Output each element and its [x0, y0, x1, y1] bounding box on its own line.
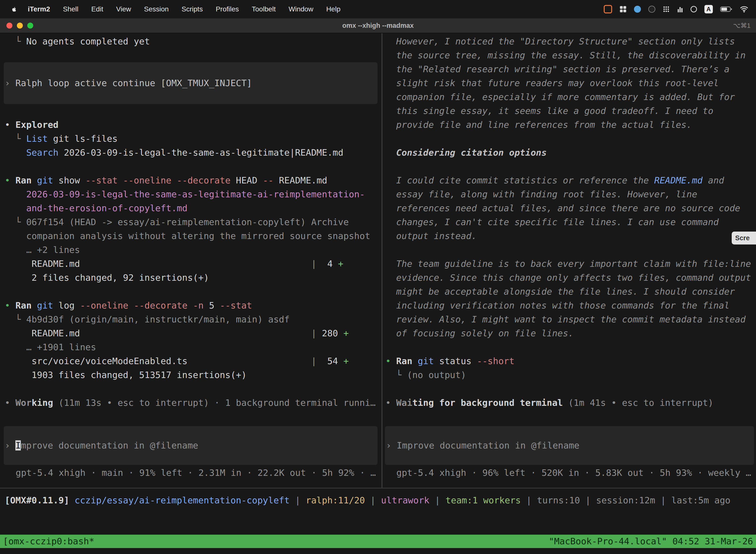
- terminal-line: [385, 243, 756, 257]
- apple-menu-icon[interactable]: [11, 5, 17, 13]
- terminal-line: this single essay, it seems like a good …: [385, 104, 756, 118]
- menu-scripts[interactable]: Scripts: [182, 5, 203, 13]
- omx-status-line: [OMX#0.11.9] cczip/essay/ai-reimplementa…: [5, 493, 756, 507]
- terminal-line: However, I noticed the "Directory Struct…: [385, 35, 756, 48]
- terminal-line: of focusing solely on file lines.: [385, 326, 756, 340]
- ralph-inject-box: › Ralph loop active continue [OMX_TMUX_I…: [4, 62, 378, 104]
- app-icon-dark[interactable]: [648, 6, 655, 13]
- left-pane-top-output: └ No agents completed yet: [5, 35, 381, 48]
- terminal-line: … +1901 lines: [5, 340, 381, 354]
- terminal-line: [5, 382, 381, 396]
- terminal-line: • Explored: [5, 118, 381, 132]
- close-button[interactable]: [6, 22, 12, 29]
- terminal: └ No agents completed yet › Ralph loop a…: [0, 33, 756, 554]
- menu-shell[interactable]: Shell: [63, 5, 78, 13]
- terminal-line: • Ran git status --short: [385, 354, 756, 368]
- right-prompt-box[interactable]: › Improve documentation in @filename: [385, 426, 754, 465]
- terminal-line: └ No agents completed yet: [5, 35, 381, 48]
- screen-share-notification[interactable]: Scre: [732, 232, 756, 244]
- terminal-line: companion analysis without altering the …: [5, 229, 381, 243]
- gauge-icon[interactable]: [691, 6, 697, 12]
- menu-view[interactable]: View: [116, 5, 131, 13]
- battery-icon[interactable]: [720, 6, 732, 12]
- terminal-line: 1903 files changed, 513517 insertions(+): [5, 368, 381, 382]
- terminal-line: • Ran git show --stat --oneline --decora…: [5, 173, 381, 187]
- terminal-line: 2 files changed, 92 insertions(+): [5, 271, 381, 285]
- minimize-button[interactable]: [17, 22, 23, 29]
- terminal-line: [5, 160, 381, 173]
- stats-icon[interactable]: [677, 6, 683, 13]
- terminal-line: … +2 lines: [5, 243, 381, 257]
- menu-edit[interactable]: Edit: [91, 5, 103, 13]
- terminal-line: might be acceptable alongside the file l…: [385, 285, 756, 298]
- app-icon-blue[interactable]: [634, 6, 641, 13]
- terminal-line: slight risk that future readers may over…: [385, 76, 756, 90]
- menu-help[interactable]: Help: [326, 5, 340, 13]
- terminal-line: • Waiting for background terminal (1m 41…: [385, 396, 756, 410]
- terminal-line: [385, 382, 756, 396]
- menu-window[interactable]: Window: [289, 5, 314, 13]
- pane-bottom-border: [0, 488, 756, 489]
- screen-recording-icon[interactable]: [604, 5, 612, 13]
- menu-profiles[interactable]: Profiles: [216, 5, 239, 13]
- terminal-line: 2026-03-09-is-legal-the-same-as-legitima…: [5, 187, 381, 201]
- terminal-line: output instead.: [385, 229, 756, 243]
- terminal-line: └ (no output): [385, 368, 756, 382]
- right-prompt-input[interactable]: › Improve documentation in @filename: [385, 439, 754, 452]
- terminal-line: └ List git ls-files: [5, 132, 381, 146]
- left-prompt-box[interactable]: › Improve documentation in @filename: [4, 426, 378, 465]
- left-model-status-line: gpt-5.4 xhigh · main · 91% left · 2.31M …: [5, 466, 381, 480]
- terminal-line: essay file, along with finding root file…: [385, 187, 756, 201]
- dots-grid-icon[interactable]: [663, 6, 670, 13]
- tmux-status-bar: [omx-cczip0:bash* "MacBook-Pro-44.local"…: [0, 535, 756, 548]
- terminal-line: The team guideline is to back every impo…: [385, 257, 756, 271]
- window-title: omx --xhigh --madmax: [342, 22, 414, 30]
- terminal-line: companion file, especially if more comme…: [385, 90, 756, 104]
- tmux-host-clock: "MacBook-Pro-44.local" 04:52 31-Mar-26: [549, 535, 753, 548]
- terminal-line: review. Also, I might want to inspect th…: [385, 313, 756, 326]
- terminal-line: • Ran git log --oneline --decorate -n 5 …: [5, 298, 381, 313]
- terminal-line: the source tree, missing the essay. Stil…: [385, 48, 756, 62]
- terminal-line: [385, 132, 756, 146]
- tmux-session-label: [omx-cczip0:bash*: [3, 535, 94, 548]
- terminal-line: README.md | 4 +: [5, 257, 381, 271]
- terminal-line: references need actual files, and since …: [385, 201, 756, 215]
- right-pane-output: However, I noticed the "Directory Struct…: [385, 35, 756, 410]
- terminal-line: Considering citation options: [385, 146, 756, 160]
- menu-status-icons: A: [604, 5, 749, 13]
- terminal-line: • Working (11m 13s • esc to interrupt) ·…: [5, 396, 381, 410]
- left-pane[interactable]: └ No agents completed yet › Ralph loop a…: [0, 33, 381, 488]
- menu-bar: iTerm2ShellEditViewSessionScriptsProfile…: [0, 0, 756, 18]
- menu-session[interactable]: Session: [144, 5, 169, 13]
- traffic-lights: [6, 18, 33, 33]
- terminal-line: provide file and line references from th…: [385, 118, 756, 132]
- right-pane[interactable]: However, I noticed the "Directory Struct…: [382, 33, 756, 488]
- menu-toolbelt[interactable]: Toolbelt: [252, 5, 276, 13]
- terminal-line: changes, I can't cite specific file line…: [385, 215, 756, 229]
- terminal-line: └ 067f154 (HEAD -> essay/ai-reimplementa…: [5, 215, 381, 229]
- left-prompt-input[interactable]: › Improve documentation in @filename: [4, 439, 378, 452]
- wifi-icon[interactable]: [740, 6, 749, 13]
- terminal-line: including verification notes with those …: [385, 298, 756, 313]
- terminal-line: I could cite commit statistics or refere…: [385, 173, 756, 187]
- terminal-line: Search 2026-03-09-is-legal-the-same-as-l…: [5, 146, 381, 160]
- terminal-line: evidence. Since this change only affects…: [385, 271, 756, 285]
- terminal-line: [385, 160, 756, 173]
- left-pane-output: • Explored └ List git ls-files Search 20…: [5, 118, 381, 410]
- terminal-line: └ 4b9d30f (origin/main, instructkr/main,…: [5, 313, 381, 326]
- terminal-line: [5, 285, 381, 298]
- menu-iterm2[interactable]: iTerm2: [28, 5, 50, 13]
- input-source-icon[interactable]: A: [704, 5, 713, 13]
- window-shortcut-badge: ⌥⌘1: [733, 22, 751, 30]
- zoom-button[interactable]: [27, 22, 33, 29]
- ralph-inject-message: › Ralph loop active continue [OMX_TMUX_I…: [4, 76, 378, 90]
- right-model-status-line: gpt-5.4 xhigh · 96% left · 520K in · 5.8…: [385, 466, 756, 480]
- terminal-line: the "Related research writing" section i…: [385, 62, 756, 76]
- app-menus: iTerm2ShellEditViewSessionScriptsProfile…: [28, 5, 340, 13]
- terminal-line: [385, 340, 756, 354]
- terminal-line: src/voice/voiceModeEnabled.ts | 54 +: [5, 354, 381, 368]
- window-grid-icon[interactable]: [620, 6, 627, 13]
- terminal-line: and-the-erosion-of-copyleft.md: [5, 201, 381, 215]
- terminal-line: README.md | 280 +: [5, 326, 381, 340]
- window-title-bar: omx --xhigh --madmax ⌥⌘1: [0, 18, 756, 33]
